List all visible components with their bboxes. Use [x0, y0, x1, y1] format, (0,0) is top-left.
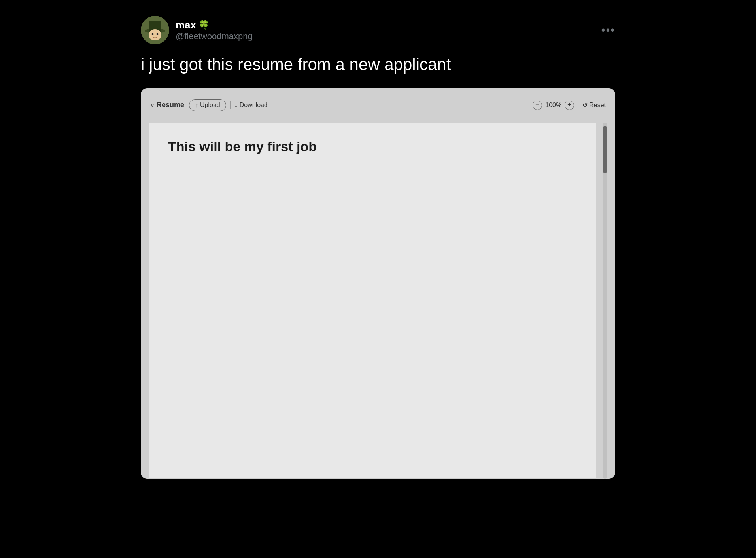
zoom-out-button[interactable]: −: [533, 101, 542, 110]
download-icon: ↓: [234, 102, 238, 109]
display-name: max 🍀: [176, 19, 253, 31]
reset-icon: ↺: [582, 101, 588, 109]
resume-section-title: ∨ Resume: [150, 101, 184, 109]
scrollbar-track[interactable]: [603, 123, 607, 479]
svg-point-5: [157, 33, 159, 35]
scrollbar-thumb[interactable]: [603, 126, 607, 173]
upload-button[interactable]: ↑ Upload: [189, 99, 226, 111]
reset-label: Reset: [589, 102, 606, 109]
tweet-text: i just got this resume from a new applic…: [141, 54, 615, 76]
resume-toolbar: ∨ Resume ↑ Upload ↓ Download: [149, 96, 607, 116]
toolbar-left: ∨ Resume ↑ Upload ↓ Download: [150, 99, 268, 111]
toolbar-right: − 100% + ↺ Reset: [533, 101, 606, 110]
divider: [230, 101, 231, 109]
resume-page-text: This will be my first job: [168, 139, 577, 154]
tweet-user: max 🍀 @fleetwoodmaxpng: [141, 16, 253, 44]
toolbar-actions: ↑ Upload ↓ Download: [189, 99, 268, 111]
resume-content-area: This will be my first job: [149, 123, 607, 479]
tweet-container: max 🍀 @fleetwoodmaxpng ••• i just got th…: [141, 16, 615, 479]
zoom-controls: − 100% +: [533, 101, 574, 110]
divider-2: [578, 101, 578, 109]
resume-card: ∨ Resume ↑ Upload ↓ Download: [141, 88, 615, 479]
zoom-in-button[interactable]: +: [565, 101, 574, 110]
more-options-icon[interactable]: •••: [601, 24, 615, 36]
resume-page: This will be my first job: [149, 123, 596, 479]
name-text: max: [176, 19, 196, 31]
upload-icon: ↑: [195, 102, 198, 109]
zoom-level: 100%: [545, 102, 561, 109]
user-info: max 🍀 @fleetwoodmaxpng: [176, 19, 253, 42]
shamrock-emoji: 🍀: [198, 20, 209, 30]
svg-point-4: [152, 33, 154, 35]
avatar: [141, 16, 169, 44]
download-label: Download: [240, 102, 268, 109]
download-button[interactable]: ↓ Download: [234, 102, 268, 109]
chevron-icon: ∨: [150, 102, 154, 108]
section-label: Resume: [157, 101, 184, 109]
reset-button[interactable]: ↺ Reset: [582, 101, 606, 109]
username: @fleetwoodmaxpng: [176, 31, 253, 42]
svg-point-3: [149, 29, 161, 40]
upload-label: Upload: [200, 102, 220, 109]
tweet-header: max 🍀 @fleetwoodmaxpng •••: [141, 16, 615, 44]
